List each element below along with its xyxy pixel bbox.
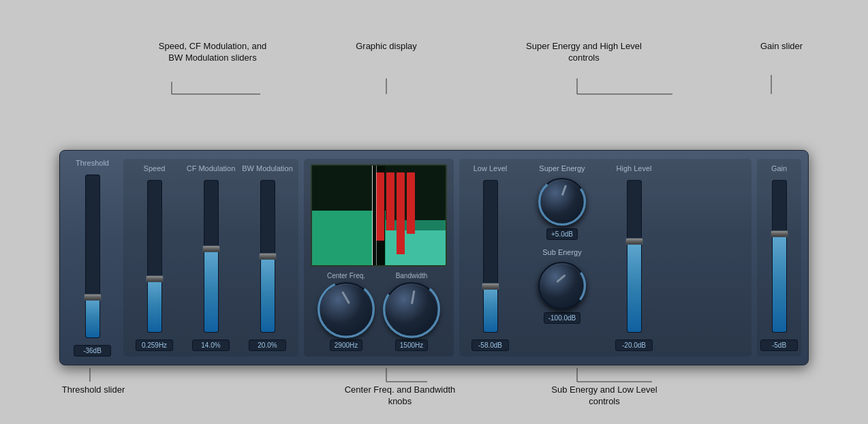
speed-slider-section: Speed 0.259Hz bbox=[129, 164, 180, 351]
cf-mod-track-container bbox=[185, 177, 236, 335]
super-energy-title: Super Energy bbox=[539, 164, 585, 172]
low-level-thumb[interactable] bbox=[482, 283, 499, 290]
super-energy-value: +5.0dB bbox=[546, 228, 578, 240]
gd-red-bar-4 bbox=[407, 172, 415, 234]
speed-value: 0.259Hz bbox=[136, 339, 173, 351]
bandwidth-value: 1500Hz bbox=[395, 339, 428, 351]
threshold-label: Threshold bbox=[76, 159, 109, 168]
bw-mod-label: BW Modulation bbox=[242, 164, 293, 173]
bw-mod-value: 20.0% bbox=[249, 339, 286, 351]
svg-point-8 bbox=[384, 282, 439, 337]
gain-track-container bbox=[762, 177, 796, 335]
high-level-value: -20.0dB bbox=[615, 339, 653, 351]
high-level-track[interactable] bbox=[627, 180, 642, 333]
center-freq-knob-ring-svg bbox=[315, 278, 377, 341]
sub-energy-title: Sub Energy bbox=[542, 248, 581, 256]
high-level-thumb[interactable] bbox=[625, 238, 643, 245]
high-level-track-container bbox=[608, 177, 660, 335]
sub-energy-value: -100.0dB bbox=[544, 312, 581, 324]
speed-track[interactable] bbox=[147, 180, 162, 333]
high-level-label: High Level bbox=[617, 164, 652, 173]
bw-mod-track-container bbox=[242, 177, 293, 335]
gd-red-bar-3 bbox=[397, 172, 405, 254]
center-freq-knob-container bbox=[319, 282, 373, 337]
super-energy-knob-ring-svg bbox=[536, 175, 589, 228]
sub-energy-knob[interactable] bbox=[538, 262, 586, 309]
threshold-fill bbox=[86, 297, 99, 337]
knob-row: Center Freq. 2900Hz Bandwidt bbox=[319, 272, 439, 351]
threshold-value: -36dB bbox=[74, 345, 111, 357]
super-sub-energy-column: Super Energy +5.0dB Sub Energy bbox=[521, 164, 603, 351]
sub-energy-low-level-label: Sub Energy and Low Level controls bbox=[536, 384, 672, 408]
center-freq-value: 2900Hz bbox=[330, 339, 362, 351]
super-energy-sub-section: Super Energy +5.0dB bbox=[538, 164, 586, 240]
bandwidth-knob[interactable] bbox=[384, 282, 439, 337]
speed-cf-bw-label: Speed, CF Modulation, and BW Modulation … bbox=[158, 41, 267, 64]
threshold-slider-label: Threshold slider bbox=[59, 384, 127, 396]
gd-white-line-2 bbox=[376, 166, 377, 265]
svg-point-9 bbox=[540, 179, 585, 225]
plugin-panel: Threshold -36dB Speed 0.259H bbox=[59, 150, 809, 365]
cf-mod-track[interactable] bbox=[204, 180, 219, 333]
super-energy-high-level-label: Super Energy and High Level controls bbox=[523, 41, 645, 64]
gain-fill bbox=[773, 234, 786, 332]
high-level-fill bbox=[627, 241, 641, 332]
bw-mod-fill bbox=[261, 256, 275, 332]
gain-label: Gain bbox=[771, 164, 787, 173]
speed-cf-bw-group: Speed 0.259Hz CF Modulation bbox=[123, 159, 298, 357]
speed-thumb[interactable] bbox=[146, 275, 164, 282]
cf-mod-label: CF Modulation bbox=[187, 164, 236, 173]
gain-value: -5dB bbox=[760, 339, 798, 351]
center-freq-bandwidth-label: Center Freq. and Bandwidth knobs bbox=[332, 384, 468, 408]
speed-track-container bbox=[129, 177, 180, 335]
bandwidth-section: Bandwidth 1500Hz bbox=[384, 272, 439, 351]
svg-point-10 bbox=[540, 263, 585, 309]
bandwidth-knob-container bbox=[384, 282, 439, 337]
low-level-track-container bbox=[465, 177, 516, 335]
threshold-slider-section: Threshold -36dB bbox=[67, 159, 118, 357]
gain-track[interactable] bbox=[772, 180, 787, 333]
graphic-display-section: Center Freq. 2900Hz Bandwidt bbox=[304, 159, 454, 357]
cf-mod-thumb[interactable] bbox=[202, 245, 220, 252]
low-level-slider-section: Low Level -58.0dB bbox=[465, 164, 516, 351]
bandwidth-knob-ring-svg bbox=[380, 278, 443, 341]
bw-mod-track[interactable] bbox=[260, 180, 275, 333]
gain-thumb[interactable] bbox=[771, 230, 788, 237]
super-energy-knob[interactable] bbox=[538, 178, 586, 226]
svg-point-7 bbox=[319, 282, 374, 337]
threshold-track[interactable] bbox=[85, 175, 100, 338]
graphic-display bbox=[311, 164, 447, 267]
center-freq-knob[interactable] bbox=[319, 282, 373, 337]
sub-energy-sub-section: Sub Energy -100.0dB bbox=[538, 248, 586, 324]
bottom-annotations: Threshold slider Center Freq. and Bandwi… bbox=[59, 368, 809, 416]
gd-red-bars bbox=[376, 172, 415, 254]
threshold-track-container bbox=[67, 172, 118, 341]
center-freq-section: Center Freq. 2900Hz bbox=[319, 272, 373, 351]
gd-white-lines bbox=[372, 166, 377, 265]
bw-mod-thumb[interactable] bbox=[259, 253, 277, 260]
high-level-slider-section: High Level -20.0dB bbox=[608, 164, 660, 351]
low-level-fill bbox=[484, 286, 497, 332]
sub-energy-knob-ring-svg bbox=[536, 259, 589, 312]
low-level-track[interactable] bbox=[483, 180, 498, 333]
gain-slider-label: Gain slider bbox=[754, 41, 809, 52]
sub-energy-knob-container bbox=[538, 262, 586, 309]
low-level-value: -58.0dB bbox=[471, 339, 509, 351]
low-level-label: Low Level bbox=[474, 164, 508, 173]
threshold-thumb[interactable] bbox=[84, 294, 102, 301]
cf-mod-slider-section: CF Modulation 14.0% bbox=[185, 164, 236, 351]
gd-white-line-1 bbox=[372, 166, 373, 265]
gd-red-bar-1 bbox=[376, 172, 384, 241]
cf-mod-fill bbox=[204, 249, 218, 332]
super-energy-knob-container bbox=[538, 178, 586, 226]
speed-fill bbox=[148, 279, 161, 332]
gain-slider-section: Gain -5dB bbox=[757, 159, 801, 357]
energy-section: Low Level -58.0dB Super Energy bbox=[459, 159, 751, 357]
cf-mod-value: 14.0% bbox=[192, 339, 230, 351]
graphic-display-label: Graphic display bbox=[345, 41, 427, 52]
bw-mod-slider-section: BW Modulation 20.0% bbox=[242, 164, 293, 351]
gd-red-bar-2 bbox=[386, 172, 394, 230]
speed-label: Speed bbox=[144, 164, 166, 173]
